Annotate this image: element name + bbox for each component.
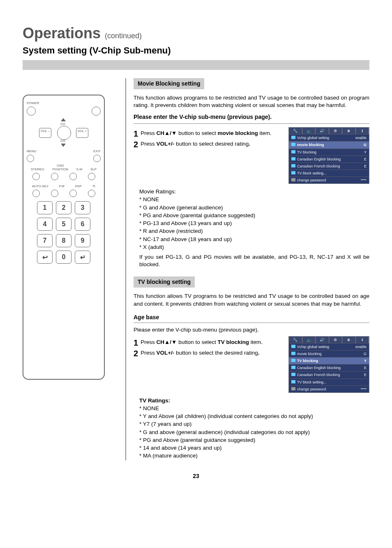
osd-tab-icon: 🔧 [289, 337, 302, 343]
num-9: 9 [75, 234, 90, 247]
osd-tab-icon: ⚙ [329, 337, 343, 343]
osd-row: movie blockingG [289, 350, 369, 357]
divider-bar [23, 60, 369, 70]
osd-row-selected: movie blockingG [289, 141, 369, 148]
arrow-up-icon [61, 118, 66, 121]
divider [134, 323, 369, 323]
num-1: 1 [37, 201, 53, 214]
remote-illustration: POWER CH VOL – VOL + CH MENUEXIT STEREO … [23, 95, 105, 380]
num-8: 8 [56, 234, 71, 247]
osd-tab-icon: ℹ [356, 337, 369, 343]
age-base-heading: Age base [134, 313, 369, 321]
enter-btn: ↵ [75, 251, 90, 264]
title-text: Operations [23, 25, 101, 42]
tv-ratings-title: TV Ratings: [139, 397, 369, 404]
power-label: POWER [27, 101, 39, 105]
pm-label: P.M [59, 184, 64, 188]
osd-row: Canadian French blockingE [289, 163, 369, 170]
auto-btn-icon [32, 190, 40, 197]
recall-btn: ↩ [37, 251, 53, 264]
mute-button-icon [92, 107, 101, 116]
osd-tab-icon: ⚙ [329, 128, 343, 134]
vol-plus-button: VOL + [76, 128, 88, 138]
osd-row: Vchip global settingenable [289, 134, 369, 141]
enter-vchip-instruction-tv: Please enter the V-chip sub-menu (previo… [134, 326, 369, 334]
exit-button-icon [93, 155, 101, 162]
num-5: 5 [56, 218, 71, 231]
power-button-icon [27, 107, 36, 116]
movie-note: If you set PG-13, G and PG movies will b… [139, 253, 369, 268]
osd-row-selected: TV blockingY [289, 357, 369, 364]
rating-item: * PG-13 and Above (13 years and up) [139, 220, 369, 227]
osd-menu-tv: 🔧 📺 🔊 ⚙ 🖥 ℹ Vchip global settingenable m… [288, 336, 369, 393]
rating-item: * 14 and above (14 years and up) [139, 444, 369, 452]
rating-item: * R and Above (restricted) [139, 228, 369, 235]
osd-tab-icon: 🔧 [289, 128, 302, 134]
osd-row: change password**** [289, 176, 369, 183]
number-pad: 1 2 3 4 5 6 7 8 9 ↩ 0 ↵ [27, 201, 101, 264]
rating-item: * G and Above (general audience) [139, 204, 369, 211]
menu-label: MENU [27, 149, 37, 153]
vol-minus-button: VOL – [39, 128, 51, 138]
ch-up-label: CH [60, 122, 65, 126]
num-3: 3 [75, 201, 90, 214]
osd-tab-icon: ℹ [356, 128, 369, 134]
sm-label: S.M [76, 167, 82, 171]
rating-item: * X (adult) [139, 244, 369, 251]
page-subtitle: System setting (V-Chip Sub-menu) [23, 45, 369, 56]
rating-item: * Y and Above (all children) (individual… [139, 413, 369, 420]
loop-label: ⟲ [92, 184, 95, 188]
page-title: Operations (continued) [23, 25, 369, 42]
movie-ratings-list: Movie Ratings: * NONE * G and Above (gen… [139, 188, 369, 251]
rating-item: * PG and Above (parental guidance sugges… [139, 212, 369, 219]
tv-ratings-list: TV Ratings: * NONE * Y and Above (all ch… [139, 397, 369, 460]
stereo-label: STEREO [31, 167, 44, 171]
osd-tab-icon: 🔊 [316, 128, 329, 134]
osd-row: Canadian English blockingE [289, 364, 369, 371]
tv-step-2: 2 Press VOL+/- button to select the desi… [134, 349, 280, 358]
nav-center [57, 126, 71, 140]
osd-row: TV block setting... [289, 378, 369, 385]
osd-row: Canadian English blockingE [289, 156, 369, 163]
rating-item: * MA (mature audience) [139, 452, 369, 460]
movie-ratings-title: Movie Ratings: [139, 188, 369, 195]
osd-menu-movie: 🔧 📺 🔊 ⚙ 🖥 ℹ Vchip global settingenable m… [288, 127, 369, 184]
tv-step-1: 1 Press CH▲/▼ button to select TV blocki… [134, 339, 280, 347]
num-7: 7 [37, 234, 53, 247]
num-0: 0 [56, 251, 71, 264]
rating-item: * G and above (general audience) (indivi… [139, 429, 369, 436]
movie-step-2: 2 Press VOL+/- button to select desired … [134, 140, 280, 149]
ch-down-label: CH [60, 139, 65, 143]
arrow-down-icon [61, 144, 66, 147]
osd-tab-icon: 📺 [302, 337, 316, 343]
rating-item: * PG and Above (parental guidance sugges… [139, 437, 369, 444]
tv-blocking-desc: This function allows TV programs to be r… [134, 293, 369, 307]
dsp-btn-icon [69, 190, 77, 197]
movie-step-1: 1 Press CH▲/▼ button to select movie blo… [134, 130, 280, 138]
slp-btn-icon [88, 173, 95, 180]
num-2: 2 [56, 201, 71, 214]
num-4: 4 [37, 218, 53, 231]
osd-row: Vchip global settingenable [289, 343, 369, 350]
rating-item: * Y7 (7 years and up) [139, 420, 369, 428]
auto-label: AUTO.ADJ [32, 184, 48, 188]
osd-row: Canadian French blockingE [289, 371, 369, 378]
num-6: 6 [75, 218, 90, 231]
osd-row: TV block setting... [289, 170, 369, 176]
movie-blocking-desc: This function allows programs to be rest… [134, 94, 369, 109]
enter-vchip-instruction: Please enter the V-chip sub-menu (previo… [134, 113, 369, 121]
menu-button-icon [27, 155, 34, 162]
osd-tab-icon: 🖥 [342, 128, 356, 134]
stereo-btn-icon [32, 173, 40, 180]
tv-blocking-heading: TV blocking setting [134, 276, 195, 288]
slp-label: SLP [90, 167, 97, 171]
exit-label: EXIT [93, 149, 101, 153]
rating-item: * NONE [139, 196, 369, 203]
dsp-label: DSP [75, 184, 82, 188]
pm-btn-icon [51, 190, 58, 197]
title-continued: (continued) [105, 32, 142, 40]
osd-label: OSD POSITION [53, 164, 68, 171]
rating-item: * NONE [139, 405, 369, 412]
rating-item: * NC-17 and Above (18 years and up) [139, 236, 369, 243]
osd-tab-icon: 📺 [302, 128, 316, 134]
